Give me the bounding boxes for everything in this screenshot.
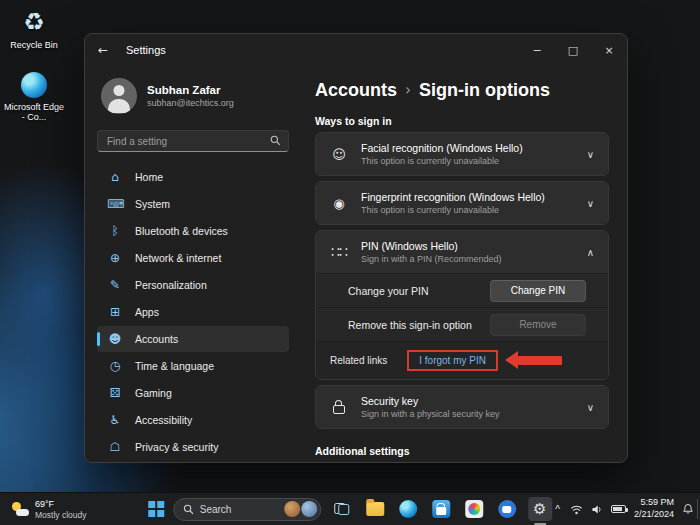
sidebar-item-apps[interactable]: ⊞Apps bbox=[97, 299, 289, 325]
edge-button[interactable] bbox=[396, 497, 420, 521]
settings-app-button[interactable]: ⚙ bbox=[528, 497, 552, 521]
start-button[interactable] bbox=[148, 501, 164, 517]
sidebar-item-label: Apps bbox=[135, 306, 159, 318]
card-subtitle: Sign in with a physical security key bbox=[361, 409, 500, 419]
card-facial-recognition: ☺ Facial recognition (Windows Hello) Thi… bbox=[315, 132, 609, 176]
file-explorer-icon bbox=[366, 502, 384, 516]
network-icon: ⊕ bbox=[107, 251, 123, 265]
photos-icon bbox=[465, 500, 483, 518]
start-square bbox=[157, 510, 164, 517]
sidebar-item-privacy-security[interactable]: ☖Privacy & security bbox=[97, 434, 289, 460]
sidebar-item-label: Personalization bbox=[135, 279, 207, 291]
chevron-down-icon[interactable]: ∨ bbox=[587, 198, 594, 209]
sidebar-item-accounts[interactable]: ☻Accounts bbox=[97, 326, 289, 352]
chevron-up-icon[interactable]: ∧ bbox=[587, 247, 594, 258]
edge-icon bbox=[21, 72, 47, 98]
card-title: Facial recognition (Windows Hello) bbox=[361, 142, 523, 154]
chevron-down-icon[interactable]: ∨ bbox=[587, 402, 594, 413]
search-label: Search bbox=[200, 504, 278, 515]
sidebar: Subhan Zafar subhan@itechtics.org ⌂Home … bbox=[85, 66, 301, 462]
start-square bbox=[148, 510, 155, 517]
security-key-icon bbox=[330, 400, 348, 414]
sidebar-item-time-language[interactable]: ◷Time & language bbox=[97, 353, 289, 379]
sidebar-nav: ⌂Home ⌨System ᛒBluetooth & devices ⊕Netw… bbox=[97, 164, 289, 460]
clock-date: 2/21/2024 bbox=[634, 509, 674, 521]
back-button[interactable]: ← bbox=[98, 43, 118, 57]
card-title: PIN (Windows Hello) bbox=[361, 240, 502, 252]
chevron-down-icon[interactable]: ∨ bbox=[587, 149, 594, 160]
page-title: Sign-in options bbox=[419, 77, 550, 103]
remove-button: Remove bbox=[490, 314, 586, 336]
photos-button[interactable] bbox=[462, 497, 486, 521]
change-pin-label: Change your PIN bbox=[348, 285, 429, 297]
annotation-arrow bbox=[518, 356, 562, 365]
sidebar-item-network-internet[interactable]: ⊕Network & internet bbox=[97, 245, 289, 271]
security-key-expander[interactable]: Security key Sign in with a physical sec… bbox=[316, 386, 608, 428]
battery-icon[interactable] bbox=[611, 505, 626, 513]
caption-buttons: ─ □ × bbox=[519, 34, 627, 66]
clock-time: 5:59 PM bbox=[634, 497, 674, 509]
settings-window: ← Settings ─ □ × Subhan Zafar subhan@ite… bbox=[84, 33, 628, 463]
maximize-button[interactable]: □ bbox=[555, 34, 591, 66]
additional-settings-heading: Additional settings bbox=[315, 445, 609, 457]
weather-widget[interactable]: 69°F Mostly cloudy bbox=[8, 493, 91, 525]
minimize-button[interactable]: ─ bbox=[519, 34, 555, 66]
search-highlight-avatar bbox=[301, 501, 317, 517]
breadcrumb-accounts[interactable]: Accounts bbox=[315, 77, 397, 103]
tray-overflow-chevron[interactable]: ^ bbox=[553, 504, 562, 515]
sidebar-item-home[interactable]: ⌂Home bbox=[97, 164, 289, 190]
taskbar-search[interactable]: Search bbox=[173, 498, 321, 521]
card-subtitle: This option is currently unavailable bbox=[361, 205, 545, 215]
fingerprint-icon: ◉ bbox=[330, 196, 348, 211]
sidebar-item-gaming[interactable]: ⚄Gaming bbox=[97, 380, 289, 406]
sidebar-item-label: System bbox=[135, 198, 170, 210]
close-button[interactable]: × bbox=[591, 34, 627, 66]
search-highlight-avatar bbox=[284, 501, 300, 517]
forgot-pin-link[interactable]: I forgot my PIN bbox=[419, 355, 486, 366]
profile-name: Subhan Zafar bbox=[147, 84, 234, 96]
sidebar-item-personalization[interactable]: ✎Personalization bbox=[97, 272, 289, 298]
task-view-button[interactable] bbox=[330, 497, 354, 521]
weather-condition: Mostly cloudy bbox=[35, 510, 87, 520]
related-links-label: Related links bbox=[330, 355, 387, 366]
store-button[interactable] bbox=[429, 497, 453, 521]
sidebar-item-label: Network & internet bbox=[135, 252, 221, 264]
desktop-icon-recycle-bin[interactable]: ♻ Recycle Bin bbox=[2, 8, 66, 50]
ways-to-sign-in-heading: Ways to sign in bbox=[315, 115, 609, 127]
taskbar-center: Search ⚙ bbox=[148, 493, 552, 525]
sidebar-item-accessibility[interactable]: ♿Accessibility bbox=[97, 407, 289, 433]
recycle-bin-icon: ♻ bbox=[23, 9, 45, 37]
sidebar-item-bluetooth-devices[interactable]: ᛒBluetooth & devices bbox=[97, 218, 289, 244]
taskbar-clock[interactable]: 5:59 PM 2/21/2024 bbox=[634, 497, 674, 520]
sidebar-item-label: Bluetooth & devices bbox=[135, 225, 228, 237]
chat-button[interactable] bbox=[495, 497, 519, 521]
start-square bbox=[148, 501, 155, 508]
privacy-security-icon: ☖ bbox=[107, 440, 123, 454]
desktop-icon-edge[interactable]: Microsoft Edge - Co... bbox=[2, 70, 66, 123]
search-input[interactable] bbox=[97, 130, 289, 152]
fingerprint-expander[interactable]: ◉ Fingerprint recognition (Windows Hello… bbox=[316, 182, 608, 224]
accounts-icon: ☻ bbox=[107, 332, 123, 346]
card-title: Fingerprint recognition (Windows Hello) bbox=[361, 191, 545, 203]
system-icon: ⌨ bbox=[107, 197, 123, 211]
volume-icon[interactable] bbox=[591, 504, 603, 515]
change-pin-button[interactable]: Change PIN bbox=[490, 280, 586, 302]
profile-block[interactable]: Subhan Zafar subhan@itechtics.org bbox=[97, 74, 289, 118]
wifi-icon[interactable] bbox=[570, 504, 583, 515]
file-explorer-button[interactable] bbox=[363, 497, 387, 521]
related-links-row: Related links I forgot my PIN bbox=[316, 341, 608, 379]
main-content: Accounts › Sign-in options Ways to sign … bbox=[301, 66, 627, 462]
facial-recognition-expander[interactable]: ☺ Facial recognition (Windows Hello) Thi… bbox=[316, 133, 608, 175]
change-pin-row: Change your PIN Change PIN bbox=[316, 273, 608, 307]
card-subtitle: This option is currently unavailable bbox=[361, 156, 523, 166]
notification-bell-icon[interactable] bbox=[682, 503, 694, 515]
weather-temp: 69°F bbox=[35, 499, 87, 509]
chat-icon bbox=[498, 500, 516, 518]
face-icon: ☺ bbox=[330, 147, 348, 162]
pin-expander[interactable]: ∷∷ PIN (Windows Hello) Sign in with a PI… bbox=[316, 231, 608, 273]
store-icon bbox=[432, 500, 450, 518]
sidebar-item-system[interactable]: ⌨System bbox=[97, 191, 289, 217]
system-tray: ^ 5:59 PM 2/21/2024 bbox=[553, 493, 694, 525]
time-language-icon: ◷ bbox=[107, 359, 123, 373]
accessibility-icon: ♿ bbox=[107, 413, 123, 427]
